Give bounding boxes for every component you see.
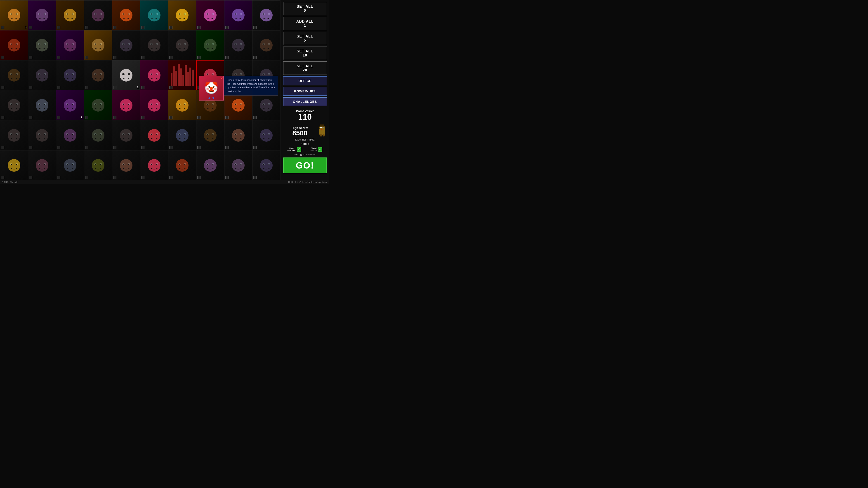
tooltip-close-button[interactable]: ✕: [220, 76, 223, 80]
character-cell[interactable]: [56, 30, 84, 60]
svg-point-87: [207, 43, 208, 44]
cell-icon: [169, 26, 173, 29]
character-cell[interactable]: [196, 30, 224, 60]
character-cell[interactable]: [140, 30, 168, 60]
svg-point-240: [260, 129, 273, 142]
svg-point-257: [67, 164, 68, 165]
svg-point-249: [16, 164, 18, 165]
set-all-10-button[interactable]: SET ALL 10: [283, 46, 327, 60]
character-cell[interactable]: [56, 60, 84, 90]
character-cell[interactable]: [140, 150, 168, 180]
character-cell[interactable]: [112, 90, 140, 120]
character-cell[interactable]: [224, 150, 252, 180]
cell-icon: [85, 176, 88, 179]
character-cell[interactable]: [140, 0, 168, 30]
character-cell[interactable]: [224, 0, 252, 30]
nav-up-arrow[interactable]: [208, 97, 211, 99]
cell-icon: [113, 116, 116, 119]
character-cell[interactable]: [140, 120, 168, 150]
character-cell[interactable]: [0, 120, 28, 150]
character-cell[interactable]: [0, 150, 28, 180]
character-cell[interactable]: [0, 90, 28, 120]
show-char-info-checkbox[interactable]: [297, 147, 301, 152]
character-cell[interactable]: [28, 0, 56, 30]
character-cell[interactable]: [56, 150, 84, 180]
character-cell[interactable]: [0, 60, 28, 90]
svg-point-120: [120, 69, 132, 82]
character-cell[interactable]: 5: [0, 0, 28, 30]
character-cell[interactable]: [252, 30, 280, 60]
character-cell[interactable]: [84, 30, 112, 60]
character-cell[interactable]: [84, 60, 112, 90]
character-cell[interactable]: [56, 0, 84, 30]
character-cell[interactable]: [84, 0, 112, 30]
character-cell[interactable]: [168, 30, 196, 60]
character-cell[interactable]: [112, 30, 140, 60]
cell-number: 5: [25, 25, 26, 29]
svg-point-225: [176, 129, 188, 142]
status-bar: 1.033 - Console Hold L1 + R1 to calibrat…: [0, 180, 329, 184]
character-cell[interactable]: [28, 150, 56, 180]
character-cell[interactable]: [224, 30, 252, 60]
character-cell[interactable]: [56, 120, 84, 150]
visual-effects-checkbox[interactable]: [318, 147, 322, 152]
add-all-1-button[interactable]: ADD ALL 1: [283, 17, 327, 30]
character-cell[interactable]: [140, 90, 168, 120]
go-button[interactable]: GO!: [283, 158, 327, 173]
svg-point-275: [176, 159, 188, 172]
svg-point-109: [44, 73, 45, 74]
svg-point-244: [269, 133, 270, 135]
character-cell[interactable]: [252, 120, 280, 150]
character-cell[interactable]: [168, 120, 196, 150]
character-cell[interactable]: [224, 120, 252, 150]
best-time-value: 0:00.0: [301, 142, 309, 146]
svg-point-40: [232, 9, 245, 22]
character-cell[interactable]: [84, 150, 112, 180]
svg-point-74: [128, 43, 129, 44]
svg-point-272: [151, 164, 152, 165]
character-cell[interactable]: [196, 0, 224, 30]
svg-point-42: [235, 13, 236, 14]
svg-point-32: [179, 13, 180, 14]
office-button[interactable]: OFFICE: [283, 76, 327, 86]
character-cell[interactable]: [28, 120, 56, 150]
character-cell[interactable]: [112, 120, 140, 150]
character-cell[interactable]: [252, 0, 280, 30]
cell-icon: [113, 176, 116, 179]
character-cell[interactable]: [28, 30, 56, 60]
challenges-button[interactable]: CHALLENGES: [283, 97, 327, 106]
tooltip-face: 🤡: [199, 76, 223, 100]
character-cell[interactable]: [168, 60, 196, 90]
character-cell[interactable]: [196, 150, 224, 180]
character-cell[interactable]: [84, 120, 112, 150]
character-cell[interactable]: 1: [112, 60, 140, 90]
character-cell[interactable]: [112, 0, 140, 30]
svg-point-301: [321, 127, 321, 128]
set-all-0-button[interactable]: SET ALL 0: [283, 2, 327, 15]
nav-down-arrow[interactable]: [212, 97, 215, 99]
character-cell[interactable]: [0, 30, 28, 60]
svg-point-157: [67, 103, 68, 105]
character-cell[interactable]: [28, 90, 56, 120]
character-cell[interactable]: [84, 90, 112, 120]
character-cell[interactable]: [28, 60, 56, 90]
power-ups-button[interactable]: POWER-UPS: [283, 87, 327, 96]
character-cell[interactable]: [168, 150, 196, 180]
set-all-5-button[interactable]: SET ALL 5: [283, 32, 327, 45]
cell-icon: [197, 146, 200, 149]
svg-point-47: [263, 13, 264, 14]
svg-point-97: [263, 43, 264, 44]
character-cell[interactable]: [168, 0, 196, 30]
character-cell[interactable]: [112, 150, 140, 180]
character-cell[interactable]: [140, 60, 168, 90]
svg-point-84: [184, 43, 186, 44]
set-all-20-button[interactable]: SET ALL 20: [283, 61, 327, 75]
svg-point-15: [92, 9, 104, 22]
cell-icon: [141, 56, 145, 59]
character-cell[interactable]: 2: [56, 90, 84, 120]
character-cell[interactable]: [196, 120, 224, 150]
svg-point-30: [176, 9, 188, 22]
character-cell[interactable]: [168, 90, 196, 120]
character-cell[interactable]: [252, 150, 280, 180]
svg-point-17: [95, 13, 96, 14]
